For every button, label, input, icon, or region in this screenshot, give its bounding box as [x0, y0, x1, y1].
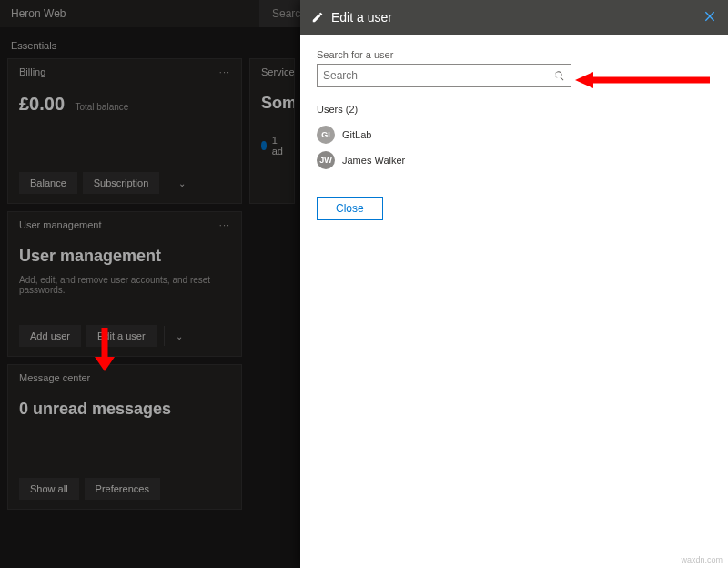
search-icon	[553, 70, 565, 82]
close-icon	[703, 9, 717, 24]
user-name: James Walker	[342, 155, 405, 166]
avatar: JW	[317, 151, 335, 169]
card-menu-icon[interactable]: ···	[219, 219, 230, 230]
msgcenter-header: Message center	[19, 372, 90, 383]
pencil-icon	[311, 11, 324, 24]
chevron-down-icon[interactable]: ⌄	[172, 331, 187, 341]
service-line: 1 ad	[272, 135, 283, 157]
panel-header: Edit a user	[300, 0, 728, 35]
status-dot-icon	[261, 141, 267, 150]
usermgmt-card: User management ··· User management Add,…	[7, 211, 242, 357]
edit-user-panel: Edit a user Search for a user Users (2) …	[300, 0, 728, 568]
users-header: Users (2)	[317, 104, 712, 115]
separator	[167, 173, 167, 193]
search-user-box[interactable]	[317, 64, 571, 87]
billing-sub: Total balance	[75, 102, 128, 112]
service-title: Some	[261, 94, 283, 113]
msgcenter-title: 0 unread messages	[19, 400, 230, 419]
watermark: waxdn.com	[681, 555, 723, 564]
app-title: Heron Web	[11, 7, 66, 20]
user-row[interactable]: JW James Walker	[317, 147, 712, 173]
add-user-button[interactable]: Add user	[19, 325, 81, 347]
separator	[164, 326, 165, 346]
user-row[interactable]: GI GitLab	[317, 122, 712, 147]
show-all-button[interactable]: Show all	[19, 478, 79, 500]
billing-card: Billing ··· £0.00 Total balance Balance …	[7, 58, 242, 204]
usermgmt-desc: Add, edit, and remove user accounts, and…	[19, 275, 230, 295]
card-menu-icon[interactable]: ···	[219, 66, 230, 77]
edit-user-button[interactable]: Edit a user	[86, 325, 157, 347]
panel-title: Edit a user	[331, 10, 392, 25]
search-user-label: Search for a user	[317, 49, 712, 60]
preferences-button[interactable]: Preferences	[85, 478, 160, 500]
search-user-input[interactable]	[323, 69, 553, 82]
balance-button[interactable]: Balance	[19, 172, 77, 194]
msgcenter-card: Message center 0 unread messages Show al…	[7, 364, 242, 510]
panel-close-button[interactable]	[703, 9, 717, 26]
usermgmt-header: User management	[19, 219, 102, 230]
service-card: Service health Some 1 ad	[249, 58, 295, 204]
user-name: GitLab	[342, 129, 371, 140]
chevron-down-icon[interactable]: ⌄	[175, 178, 189, 188]
billing-header: Billing	[19, 66, 46, 77]
service-header: Service health	[261, 66, 295, 77]
close-button[interactable]: Close	[317, 197, 383, 220]
usermgmt-title: User management	[19, 247, 230, 266]
subscription-button[interactable]: Subscription	[83, 172, 160, 194]
avatar: GI	[317, 126, 335, 144]
billing-amount: £0.00	[19, 94, 65, 114]
